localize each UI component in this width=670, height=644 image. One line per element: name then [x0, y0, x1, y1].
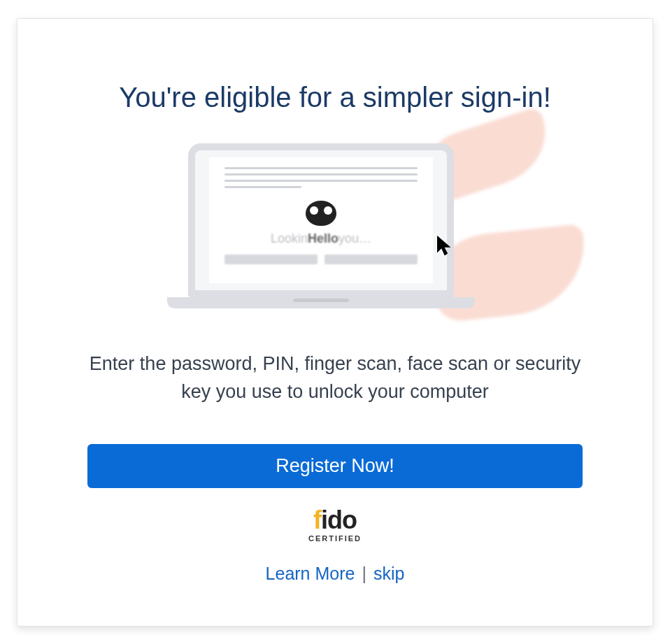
learn-more-link[interactable]: Learn More [266, 564, 355, 584]
illustration-text-part: Lookin [271, 231, 308, 245]
page-title: You're eligible for a simpler sign-in! [119, 82, 551, 113]
placeholder-line [224, 173, 418, 176]
fido-certified-logo: fido CERTIFIED [308, 508, 362, 543]
laptop-screen: LookinHelloyou… [209, 157, 433, 283]
placeholder-line [224, 167, 418, 169]
illustration-text-part: you… [338, 231, 371, 245]
footer-links: Learn More | skip [266, 564, 405, 584]
description-text: Enter the password, PIN, finger scan, fa… [87, 350, 583, 405]
placeholder-button [224, 255, 318, 264]
fido-certified-label: CERTIFIED [308, 534, 362, 543]
fido-logo-letter: f [313, 506, 321, 534]
illustration-text-part: Hello [308, 231, 338, 245]
illustration: LookinHelloyou… [167, 138, 503, 316]
avatar-icon [306, 201, 336, 226]
signin-eligibility-card: You're eligible for a simpler sign-in! L… [17, 18, 653, 627]
placeholder-line [224, 186, 301, 188]
placeholder-buttons [224, 255, 418, 264]
skip-link[interactable]: skip [373, 564, 404, 584]
laptop-icon: LookinHelloyou… [188, 143, 454, 297]
fido-logo-letter: ido [321, 506, 357, 534]
laptop-base-icon [167, 297, 475, 308]
placeholder-button [325, 255, 418, 264]
fido-logo-text: fido [313, 508, 357, 533]
separator: | [362, 564, 366, 584]
illustration-text: LookinHelloyou… [224, 231, 418, 246]
register-button[interactable]: Register Now! [87, 444, 583, 488]
placeholder-line [224, 180, 418, 182]
